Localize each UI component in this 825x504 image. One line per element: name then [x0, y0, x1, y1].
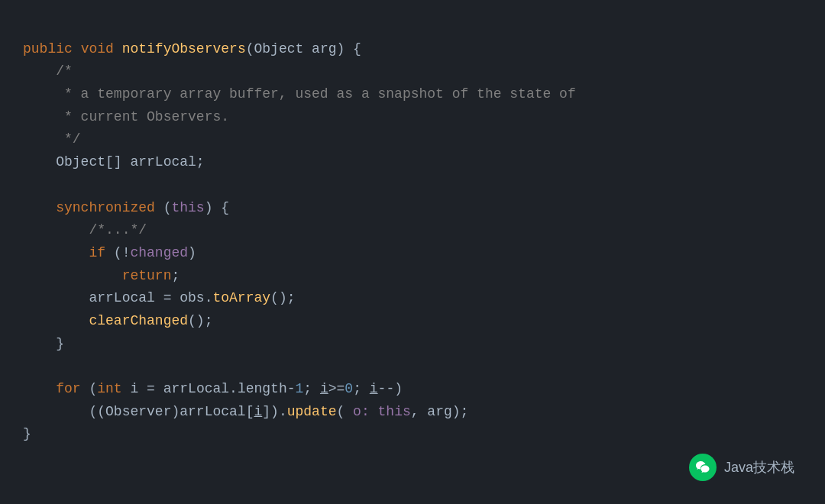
line-14: }: [23, 336, 64, 351]
code-container: public void notifyObservers(Object arg) …: [0, 0, 825, 504]
line-18: }: [23, 426, 31, 441]
line-11: return;: [23, 268, 180, 283]
line-8: synchronized (this) {: [23, 200, 229, 215]
watermark: Java技术栈: [689, 454, 794, 481]
line-5: */: [23, 131, 81, 147]
line-3: * a temporary array buffer, used as a sn…: [23, 86, 576, 102]
line-10: if (!changed): [23, 245, 196, 260]
line-13: clearChanged();: [23, 313, 212, 328]
line-1: public void notifyObservers(Object arg) …: [23, 41, 361, 57]
line-4: * current Observers.: [23, 109, 229, 124]
line-12: arrLocal = obs.toArray();: [23, 290, 295, 305]
line-17: ((Observer)arrLocal[i]).update( o: this,…: [23, 404, 468, 419]
line-9: /*...*/: [23, 222, 147, 237]
code-block: public void notifyObservers(Object arg) …: [23, 15, 802, 469]
watermark-text: Java技术栈: [724, 458, 794, 477]
line-2: /*: [23, 63, 73, 79]
wechat-icon: [689, 454, 717, 481]
line-6: Object[] arrLocal;: [23, 154, 205, 170]
line-16: for (int i = arrLocal.length-1; i>=0; i-…: [23, 381, 403, 396]
